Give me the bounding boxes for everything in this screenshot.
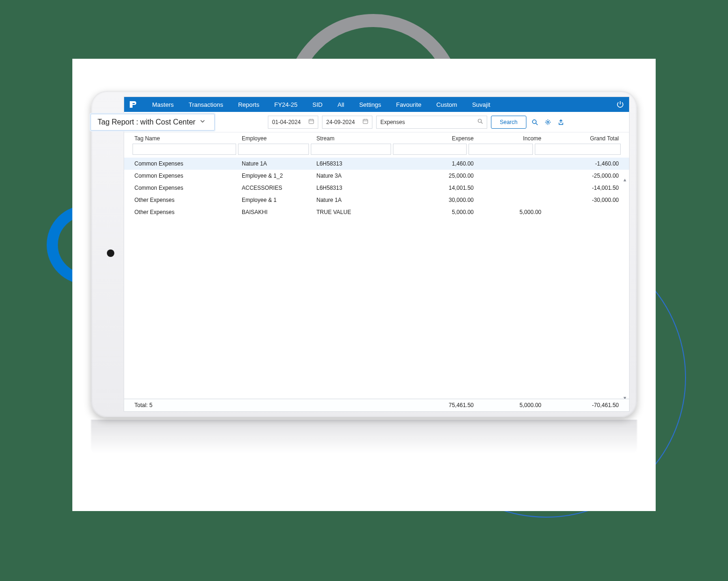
tablet-reflection bbox=[91, 420, 637, 459]
cell-employee: Employee & 1_2 bbox=[240, 173, 315, 179]
search-icon-button[interactable] bbox=[530, 118, 539, 127]
cell-stream: TRUE VALUE bbox=[315, 209, 399, 215]
cell-expense: 14,001.50 bbox=[399, 185, 476, 191]
to-date-value: 24-09-2024 bbox=[326, 119, 355, 125]
nav-fy[interactable]: FY24-25 bbox=[268, 97, 304, 112]
cell-stream: L6H58313 bbox=[315, 160, 399, 167]
cell-employee: BAISAKHI bbox=[240, 209, 315, 215]
filter-employee-input[interactable] bbox=[238, 144, 309, 155]
chevron-down-icon bbox=[199, 118, 206, 126]
filter-bar: Tag Report : with Cost Center 01-04-2024… bbox=[124, 112, 629, 132]
column-headers: Tag Name Employee Stream Expense Income … bbox=[124, 132, 629, 144]
table-row[interactable]: Other Expenses Employee & 1 Nature 1A 30… bbox=[124, 194, 629, 206]
cell-employee: ACCESSORIES bbox=[240, 185, 315, 191]
from-date-value: 01-04-2024 bbox=[272, 119, 301, 125]
header-grand-total[interactable]: Grand Total bbox=[543, 135, 621, 142]
nav-sid[interactable]: SID bbox=[306, 97, 329, 112]
cell-grand-total: -30,000.00 bbox=[543, 197, 621, 203]
tablet-frame: Masters Transactions Reports FY24-25 SID… bbox=[91, 91, 637, 417]
type-value: Expenses bbox=[380, 119, 405, 125]
header-expense[interactable]: Expense bbox=[399, 135, 476, 142]
table-row[interactable]: Common Expenses ACCESSORIES L6H58313 14,… bbox=[124, 182, 629, 194]
total-label: Total: 5 bbox=[133, 402, 240, 408]
nav-reports[interactable]: Reports bbox=[231, 97, 266, 112]
cell-stream: L6H58313 bbox=[315, 185, 399, 191]
cell-income bbox=[476, 185, 543, 191]
svg-point-3 bbox=[532, 120, 536, 124]
report-title-text: Tag Report : with Cost Center bbox=[98, 118, 196, 126]
header-income[interactable]: Income bbox=[476, 135, 543, 142]
svg-point-2 bbox=[478, 119, 482, 123]
nav-masters[interactable]: Masters bbox=[146, 97, 180, 112]
power-icon[interactable] bbox=[615, 99, 625, 110]
total-grand-total: -70,461.50 bbox=[543, 402, 621, 408]
filter-grandtotal-input[interactable] bbox=[535, 144, 621, 155]
column-filter-row bbox=[124, 144, 629, 158]
cell-expense: 5,000.00 bbox=[399, 209, 476, 215]
type-select[interactable]: Expenses bbox=[376, 116, 487, 129]
cell-stream: Nature 1A bbox=[315, 197, 399, 203]
cell-tag: Other Expenses bbox=[133, 197, 240, 203]
total-income: 5,000.00 bbox=[476, 402, 543, 408]
svg-rect-1 bbox=[363, 119, 368, 124]
to-date-input[interactable]: 24-09-2024 bbox=[322, 116, 372, 129]
gear-icon[interactable] bbox=[543, 118, 553, 127]
svg-point-4 bbox=[547, 121, 549, 123]
header-employee[interactable]: Employee bbox=[240, 135, 315, 142]
nav-all[interactable]: All bbox=[331, 97, 350, 112]
report-title-dropdown[interactable]: Tag Report : with Cost Center bbox=[91, 114, 215, 131]
cell-income bbox=[476, 197, 543, 203]
cell-stream: Nature 3A bbox=[315, 173, 399, 179]
nav-settings[interactable]: Settings bbox=[353, 97, 388, 112]
cell-income: 5,000.00 bbox=[476, 209, 543, 215]
search-icon bbox=[477, 118, 483, 125]
filter-expense-input[interactable] bbox=[393, 144, 467, 155]
calendar-icon bbox=[363, 118, 368, 125]
cell-expense: 25,000.00 bbox=[399, 173, 476, 179]
cell-expense: 30,000.00 bbox=[399, 197, 476, 203]
table-row[interactable]: Common Expenses Employee & 1_2 Nature 3A… bbox=[124, 170, 629, 182]
scroll-up-icon[interactable]: ▲ bbox=[622, 177, 628, 184]
top-nav: Masters Transactions Reports FY24-25 SID… bbox=[124, 97, 629, 112]
cell-tag: Common Expenses bbox=[133, 185, 240, 191]
cell-income bbox=[476, 160, 543, 167]
cell-grand-total: -14,001.50 bbox=[543, 185, 621, 191]
cell-tag: Common Expenses bbox=[133, 160, 240, 167]
cell-tag: Common Expenses bbox=[133, 173, 240, 179]
nav-favourite[interactable]: Favourite bbox=[390, 97, 428, 112]
cell-grand-total: -1,460.00 bbox=[543, 160, 621, 167]
from-date-input[interactable]: 01-04-2024 bbox=[268, 116, 318, 129]
calendar-icon bbox=[308, 118, 314, 125]
export-icon[interactable] bbox=[556, 118, 566, 127]
cell-employee: Employee & 1 bbox=[240, 197, 315, 203]
cell-tag: Other Expenses bbox=[133, 209, 240, 215]
cell-grand-total bbox=[543, 209, 621, 215]
filter-stream-input[interactable] bbox=[311, 144, 391, 155]
table-body: Common Expenses Nature 1A L6H58313 1,460… bbox=[124, 158, 629, 218]
cell-income bbox=[476, 173, 543, 179]
app-screen: Masters Transactions Reports FY24-25 SID… bbox=[124, 97, 630, 412]
app-logo-icon bbox=[128, 99, 138, 110]
total-expense: 75,461.50 bbox=[399, 402, 476, 408]
header-stream[interactable]: Stream bbox=[315, 135, 399, 142]
cell-expense: 1,460.00 bbox=[399, 160, 476, 167]
header-tag[interactable]: Tag Name bbox=[133, 135, 240, 142]
tablet-home-button bbox=[107, 249, 114, 257]
nav-user[interactable]: Suvajit bbox=[466, 97, 497, 112]
svg-rect-0 bbox=[309, 119, 314, 124]
cell-employee: Nature 1A bbox=[240, 160, 315, 167]
table-row[interactable]: Other Expenses BAISAKHI TRUE VALUE 5,000… bbox=[124, 206, 629, 218]
nav-transactions[interactable]: Transactions bbox=[182, 97, 230, 112]
search-button[interactable]: Search bbox=[491, 116, 526, 129]
table-row[interactable]: Common Expenses Nature 1A L6H58313 1,460… bbox=[124, 158, 629, 170]
filter-tag-input[interactable] bbox=[133, 144, 236, 155]
filter-income-input[interactable] bbox=[469, 144, 533, 155]
cell-grand-total: -25,000.00 bbox=[543, 173, 621, 179]
totals-row: Total: 5 75,461.50 5,000.00 -70,461.50 bbox=[124, 399, 629, 411]
nav-custom[interactable]: Custom bbox=[430, 97, 464, 112]
